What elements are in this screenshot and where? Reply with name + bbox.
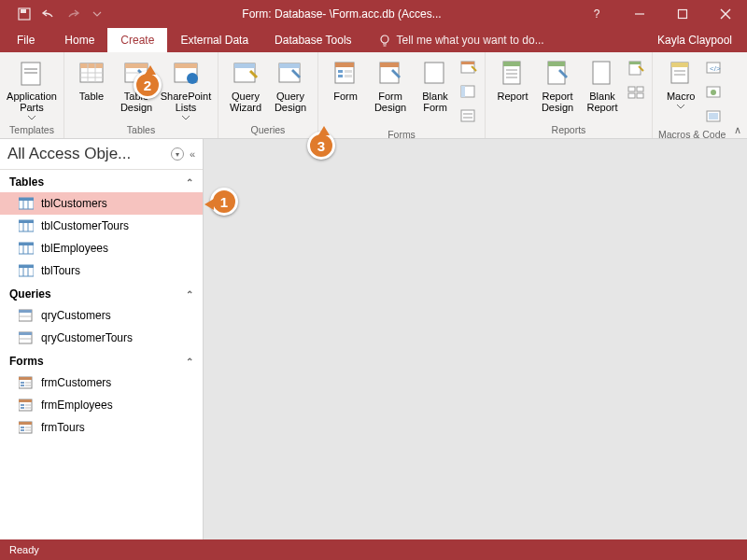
- report-button[interactable]: Report: [491, 56, 534, 102]
- nav-item-label: qryCustomers: [41, 309, 111, 322]
- maximize-button[interactable]: [661, 0, 704, 28]
- svg-rect-57: [637, 93, 643, 98]
- help-button[interactable]: ?: [575, 0, 618, 28]
- svg-rect-48: [506, 77, 517, 78]
- svg-rect-88: [19, 332, 32, 335]
- report-wizard-button[interactable]: [626, 58, 646, 78]
- window-title: Form: Database- \Form.acc.db (Acces...: [108, 7, 575, 21]
- user-name[interactable]: Kayla Claypool: [657, 28, 747, 52]
- tab-create[interactable]: Create: [107, 28, 167, 52]
- svg-rect-11: [24, 72, 37, 74]
- tab-home[interactable]: Home: [51, 28, 107, 52]
- report-design-button[interactable]: Report Design: [536, 56, 579, 113]
- query-icon: [19, 308, 34, 323]
- nav-item[interactable]: qryCustomers: [0, 304, 203, 327]
- svg-rect-77: [19, 243, 34, 245]
- table-button[interactable]: Table: [70, 56, 113, 102]
- nav-body: Tables⌃tblCustomerstblCustomerTourstblEm…: [0, 170, 203, 439]
- svg-rect-101: [25, 407, 31, 409]
- svg-rect-30: [338, 70, 343, 73]
- query-design-button[interactable]: Query Design: [269, 56, 312, 113]
- close-button[interactable]: [704, 0, 747, 28]
- form-icon: [19, 398, 34, 413]
- table-icon: [19, 218, 34, 233]
- form-button[interactable]: Form: [324, 56, 367, 102]
- callout-1: 1: [210, 188, 238, 216]
- tab-database-tools[interactable]: Database Tools: [261, 28, 365, 52]
- nav-header[interactable]: All Access Obje... ▾ «: [0, 139, 203, 170]
- blank-report-button[interactable]: Blank Report: [581, 56, 624, 113]
- blank-form-button[interactable]: Blank Form: [414, 56, 457, 113]
- dropdown-icon: [28, 116, 35, 120]
- application-parts-button[interactable]: Application Parts: [6, 56, 58, 120]
- nav-item[interactable]: tblEmployees: [0, 237, 203, 259]
- nav-filter-icon[interactable]: ▾: [171, 147, 184, 161]
- tab-file[interactable]: File: [0, 28, 51, 52]
- group-label-reports: Reports: [552, 122, 586, 136]
- qat-dropdown-icon[interactable]: [86, 3, 108, 25]
- report-design-label: Report Design: [542, 91, 573, 113]
- more-forms-button[interactable]: [458, 106, 479, 127]
- svg-rect-25: [234, 63, 255, 68]
- application-parts-icon: [17, 58, 47, 88]
- svg-rect-61: [674, 74, 685, 76]
- svg-rect-103: [19, 422, 32, 425]
- dropdown-icon: [182, 116, 190, 120]
- save-icon[interactable]: [13, 3, 35, 25]
- svg-rect-105: [25, 427, 31, 428]
- callout-2: 2: [134, 71, 162, 99]
- group-queries: Query Wizard Query Design Queries: [218, 52, 318, 138]
- nav-item[interactable]: frmEmployees: [0, 394, 203, 416]
- svg-rect-3: [679, 10, 687, 19]
- svg-rect-13: [80, 63, 103, 68]
- query-wizard-button[interactable]: Query Wizard: [224, 56, 267, 113]
- nav-group-forms[interactable]: Forms⌃: [0, 349, 203, 371]
- group-label-templates: Templates: [9, 122, 54, 136]
- svg-text:</>: </>: [710, 64, 721, 73]
- nav-group-queries[interactable]: Queries⌃: [0, 282, 203, 304]
- svg-rect-67: [709, 113, 718, 119]
- nav-item[interactable]: frmCustomers: [0, 371, 203, 394]
- callout-3: 3: [307, 132, 335, 160]
- svg-rect-33: [345, 75, 352, 77]
- svg-rect-106: [21, 429, 24, 431]
- svg-rect-50: [548, 62, 565, 66]
- nav-item[interactable]: qryCustomerTours: [0, 327, 203, 349]
- report-label: Report: [497, 91, 528, 102]
- nav-item[interactable]: tblTours: [0, 259, 203, 282]
- svg-point-65: [711, 90, 716, 95]
- nav-group-tables[interactable]: Tables⌃: [0, 170, 203, 192]
- svg-rect-10: [24, 68, 37, 70]
- redo-icon[interactable]: [62, 3, 84, 25]
- title-bar: Form: Database- \Form.acc.db (Acces... ?: [0, 0, 747, 28]
- nav-item[interactable]: frmTours: [0, 416, 203, 439]
- navigation-button[interactable]: [458, 82, 479, 103]
- form-wizard-button[interactable]: [458, 58, 479, 78]
- collapse-ribbon-icon[interactable]: ∧: [734, 124, 741, 136]
- tab-external-data[interactable]: External Data: [167, 28, 261, 52]
- minimize-button[interactable]: [618, 0, 661, 28]
- form-design-button[interactable]: Form Design: [369, 56, 412, 113]
- macro-button[interactable]: Macro: [659, 56, 702, 109]
- undo-icon[interactable]: [37, 3, 60, 25]
- nav-item[interactable]: tblCustomerTours: [0, 215, 203, 237]
- svg-point-6: [381, 35, 388, 43]
- sharepoint-lists-button[interactable]: SharePoint Lists: [160, 56, 212, 120]
- module-button[interactable]: </>: [704, 58, 725, 78]
- tell-me-box[interactable]: Tell me what you want to do...: [365, 28, 544, 52]
- labels-button[interactable]: [626, 82, 646, 103]
- shutter-bar-icon[interactable]: «: [190, 148, 195, 160]
- table-label: Table: [79, 91, 104, 102]
- blank-form-label: Blank Form: [422, 91, 448, 113]
- sharepoint-icon: [171, 58, 201, 88]
- chevron-up-icon: ⌃: [186, 357, 193, 367]
- svg-rect-99: [25, 404, 31, 406]
- svg-rect-41: [461, 110, 474, 121]
- svg-rect-93: [25, 382, 31, 384]
- svg-rect-32: [338, 75, 343, 77]
- visual-basic-button[interactable]: [704, 106, 725, 127]
- nav-item[interactable]: tblCustomers: [0, 192, 203, 215]
- quick-access-toolbar: [0, 3, 108, 25]
- svg-rect-55: [637, 87, 643, 91]
- class-module-button[interactable]: [704, 82, 725, 103]
